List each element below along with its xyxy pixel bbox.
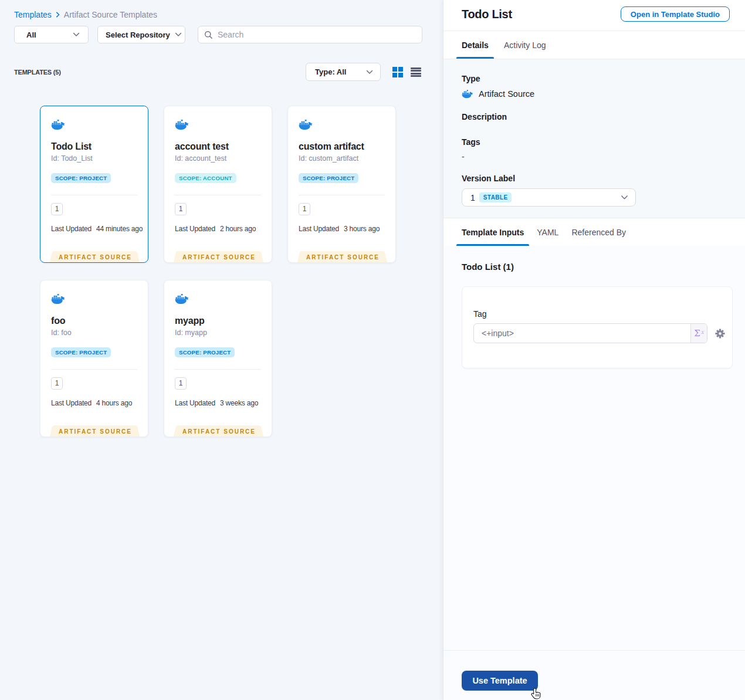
filter-row: All Select Repository [14, 26, 422, 43]
artifact-source-ribbon-label: ARTIFACT SOURCE [165, 254, 272, 261]
template-card-id: Id: Todo_List [51, 154, 137, 163]
template-cards-grid: Todo List Id: Todo_List SCOPE: PROJECT 1… [40, 106, 404, 437]
type-value: Artifact Source [479, 89, 534, 99]
chevron-down-icon [175, 32, 182, 37]
scope-badge: SCOPE: PROJECT [175, 347, 235, 357]
last-updated-label: Last Updated [51, 225, 92, 233]
templates-count-label: TEMPLATES (5) [14, 69, 61, 76]
last-updated-row: Last Updated 3 hours ago [299, 225, 385, 233]
details-header: Todo List Open in Template Studio [443, 0, 745, 31]
template-card-title: account test [175, 141, 261, 152]
inputs-tabs: Template Inputs YAML Referenced By [443, 218, 745, 246]
list-bar [411, 67, 421, 69]
tag-input-row: Σx [473, 323, 725, 343]
tab-details[interactable]: Details [456, 31, 494, 59]
artifact-source-ribbon: ARTIFACT SOURCE [288, 251, 395, 263]
version-count-chip: 1 [51, 203, 63, 215]
scope-badge: SCOPE: PROJECT [299, 173, 358, 183]
tab-referenced-by[interactable]: Referenced By [566, 218, 631, 246]
search-box [198, 26, 422, 43]
artifact-source-ribbon: ARTIFACT SOURCE [40, 251, 148, 263]
template-card-title: myapp [175, 316, 261, 326]
docker-icon [462, 90, 473, 99]
type-label: Type [462, 74, 727, 83]
template-card[interactable]: myapp Id: myapp SCOPE: PROJECT 1 Last Up… [164, 280, 272, 437]
inputs-card: Tag Σx [462, 286, 733, 368]
artifact-source-ribbon-label: ARTIFACT SOURCE [289, 254, 396, 261]
grid-view-icon[interactable] [392, 67, 403, 77]
type-filter-select[interactable]: Type: All [306, 63, 381, 81]
gear-icon[interactable] [715, 329, 725, 339]
chevron-down-icon [621, 195, 628, 200]
last-updated-value: 3 hours ago [344, 225, 380, 233]
artifact-source-ribbon: ARTIFACT SOURCE [40, 425, 148, 437]
tag-input-wrap: Σx [473, 323, 707, 343]
breadcrumb-current: Artifact Source Templates [64, 10, 157, 19]
template-card-id: Id: custom_artifact [299, 154, 385, 163]
breadcrumb: Templates Artifact Source Templates [14, 10, 157, 19]
chevron-down-icon [366, 70, 373, 75]
template-card[interactable]: account test Id: account_test SCOPE: ACC… [164, 106, 272, 263]
breadcrumb-templates-link[interactable]: Templates [14, 10, 52, 19]
sigma-icon: Σ [694, 328, 700, 339]
last-updated-label: Last Updated [175, 225, 215, 233]
inputs-heading: Todo List (1) [462, 262, 731, 272]
list-bar [411, 70, 421, 72]
last-updated-row: Last Updated 2 hours ago [175, 225, 261, 233]
template-card[interactable]: Todo List Id: Todo_List SCOPE: PROJECT 1… [40, 106, 148, 263]
artifact-source-ribbon: ARTIFACT SOURCE [164, 251, 272, 263]
docker-icon [299, 120, 313, 130]
open-in-template-studio-button[interactable]: Open in Template Studio [621, 6, 730, 22]
details-section: Type Artifact Source Description Tags - … [443, 59, 745, 218]
template-card-id: Id: account_test [175, 154, 261, 163]
tags-value: - [462, 152, 727, 161]
version-label: Version Label [462, 174, 727, 183]
sigma-icon-x: x [701, 329, 704, 335]
details-title: Todo List [462, 8, 512, 21]
details-footer: Use Template [443, 650, 745, 700]
card-divider [51, 369, 137, 370]
templates-list-panel: Templates Artifact Source Templates All … [0, 0, 443, 700]
last-updated-row: Last Updated 3 weeks ago [175, 399, 261, 407]
last-updated-row: Last Updated 44 minutes ago [51, 225, 137, 233]
tags-label: Tags [462, 137, 727, 147]
description-label: Description [462, 112, 727, 121]
template-card-title: custom artifact [299, 141, 385, 152]
version-count-chip: 1 [51, 377, 63, 390]
list-view-icon[interactable] [411, 67, 421, 77]
last-updated-value: 2 hours ago [220, 225, 256, 233]
card-divider [299, 195, 385, 195]
template-details-panel: Todo List Open in Template Studio Detail… [443, 0, 745, 700]
repository-filter-value: Select Repository [106, 31, 170, 39]
scope-badge: SCOPE: ACCOUNT [175, 173, 236, 183]
use-template-button[interactable]: Use Template [462, 671, 538, 691]
docker-icon [175, 294, 189, 305]
tag-label: Tag [473, 309, 725, 319]
chevron-down-icon [73, 32, 80, 37]
last-updated-value: 3 weeks ago [220, 399, 258, 407]
stable-badge: STABLE [479, 192, 512, 202]
scope-filter-select[interactable]: All [14, 26, 89, 43]
template-card[interactable]: custom artifact Id: custom_artifact SCOP… [287, 106, 396, 263]
last-updated-label: Last Updated [299, 225, 339, 233]
version-count-chip: 1 [175, 377, 187, 390]
search-input[interactable] [218, 30, 416, 39]
tab-activity-log[interactable]: Activity Log [499, 31, 551, 59]
repository-filter-select[interactable]: Select Repository [97, 26, 185, 43]
tag-input[interactable] [474, 324, 690, 343]
scope-badge: SCOPE: PROJECT [51, 347, 111, 357]
tab-template-inputs[interactable]: Template Inputs [456, 218, 529, 246]
artifact-source-ribbon-label: ARTIFACT SOURCE [42, 428, 148, 435]
tab-yaml[interactable]: YAML [531, 218, 564, 246]
template-card[interactable]: foo Id: foo SCOPE: PROJECT 1 Last Update… [40, 280, 148, 437]
type-value-row: Artifact Source [462, 89, 727, 99]
version-select[interactable]: 1 STABLE [462, 188, 636, 207]
docker-icon [175, 120, 189, 130]
last-updated-value: 44 minutes ago [96, 225, 143, 233]
version-value: 1 [470, 193, 475, 202]
card-divider [175, 195, 261, 195]
card-divider [175, 369, 261, 370]
template-card-id: Id: myapp [175, 329, 261, 337]
expression-input-toggle[interactable]: Σx [690, 324, 707, 343]
type-filter-value: Type: All [315, 67, 346, 76]
